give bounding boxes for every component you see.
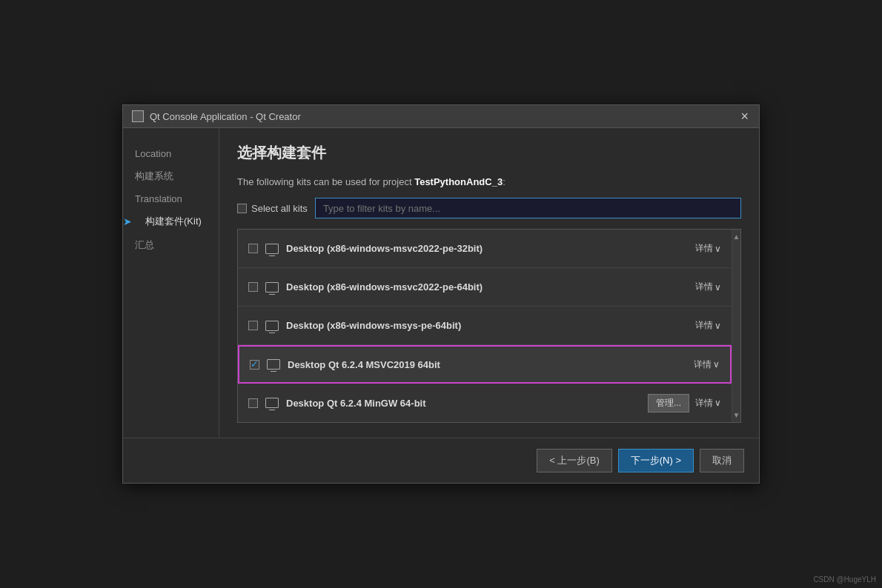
kit-filter-input[interactable] [315, 198, 741, 218]
sidebar-item-location[interactable]: Location [123, 143, 219, 164]
scrollbar[interactable]: ▲ ▼ [732, 230, 740, 422]
kit-row[interactable]: Desktop (x86-windows-msvc2022-pe-64bit) … [238, 268, 732, 307]
kit-name: Desktop (x86-windows-msys-pe-64bit) [286, 320, 688, 331]
subtitle-suffix: : [503, 176, 505, 187]
monitor-icon [265, 398, 279, 408]
sidebar-item-label: 构建套件(Kit) [145, 215, 202, 228]
subtitle: The following kits can be used for proje… [237, 176, 741, 187]
sidebar-item-translation[interactable]: Translation [123, 188, 219, 210]
sidebar-item-label: Location [135, 148, 171, 159]
sidebar-item-summary[interactable]: 汇总 [123, 233, 219, 257]
monitor-icon [267, 359, 280, 370]
chevron-down-icon: ∨ [714, 321, 721, 331]
sidebar: Location 构建系统 Translation ➤ 构建套件(Kit) 汇总 [123, 128, 219, 438]
next-button[interactable]: 下一步(N) > [618, 449, 694, 472]
sidebar-item-label: Translation [135, 193, 182, 204]
kit-actions: 详情 ∨ [694, 358, 720, 371]
main-content: 选择构建套件 The following kits can be used fo… [219, 128, 759, 438]
kit-name: Desktop Qt 6.2.4 MSVC2019 64bit [288, 359, 686, 370]
chevron-down-icon: ∨ [714, 398, 721, 408]
close-button[interactable]: × [739, 110, 750, 123]
scroll-up-icon[interactable]: ▲ [733, 230, 740, 244]
section-title: 选择构建套件 [237, 143, 741, 163]
details-link[interactable]: 详情 ∨ [695, 281, 721, 293]
monitor-icon [265, 321, 279, 331]
kit-row-selected[interactable]: Desktop Qt 6.2.4 MSVC2019 64bit 详情 ∨ [238, 345, 732, 384]
subtitle-prefix: The following kits can be used for proje… [237, 176, 414, 187]
kit-checkbox[interactable] [250, 360, 259, 370]
sidebar-arrow-icon: ➤ [123, 216, 132, 227]
chevron-down-icon: ∨ [713, 359, 720, 370]
kit-list: Desktop (x86-windows-msvc2022-pe-32bit) … [237, 229, 741, 423]
kit-row[interactable]: Desktop (x86-windows-msvc2022-pe-32bit) … [238, 230, 732, 268]
kit-name: Desktop (x86-windows-msvc2022-pe-64bit) [286, 281, 688, 293]
dialog-body: Location 构建系统 Translation ➤ 构建套件(Kit) 汇总… [123, 128, 759, 438]
kit-name: Desktop (x86-windows-msvc2022-pe-32bit) [286, 243, 688, 254]
sidebar-item-build-system[interactable]: 构建系统 [123, 164, 219, 188]
dialog: Qt Console Application - Qt Creator × Lo… [122, 104, 760, 484]
chevron-down-icon: ∨ [714, 244, 721, 254]
manage-button[interactable]: 管理... [648, 394, 689, 412]
watermark: CSDN @HugeYLH [813, 575, 876, 584]
kit-checkbox[interactable] [248, 398, 258, 408]
kit-checkbox[interactable] [248, 282, 258, 292]
kit-checkbox[interactable] [248, 244, 258, 253]
kit-actions: 管理... 详情 ∨ [648, 394, 721, 412]
dialog-footer: < 上一步(B) 下一步(N) > 取消 [123, 438, 759, 483]
kit-actions: 详情 ∨ [695, 281, 721, 293]
select-all-checkbox[interactable] [237, 204, 247, 213]
window-title: Qt Console Application - Qt Creator [150, 111, 301, 122]
select-all-label[interactable]: Select all kits [237, 203, 308, 214]
sidebar-item-kit[interactable]: ➤ 构建套件(Kit) [123, 210, 219, 233]
kit-actions: 详情 ∨ [695, 242, 721, 255]
monitor-icon [265, 244, 279, 254]
sidebar-item-label: 构建系统 [135, 170, 173, 183]
kit-checkbox[interactable] [248, 321, 258, 330]
scroll-down-icon[interactable]: ▼ [733, 408, 740, 422]
monitor-icon [265, 282, 279, 293]
kit-name: Desktop Qt 6.2.4 MinGW 64-bit [286, 398, 640, 409]
sidebar-item-label: 汇总 [135, 238, 154, 252]
select-all-text: Select all kits [251, 203, 308, 214]
kit-row[interactable]: Desktop Qt 6.2.4 MinGW 64-bit 管理... 详情 ∨ [238, 384, 732, 422]
kit-list-inner: Desktop (x86-windows-msvc2022-pe-32bit) … [238, 230, 732, 422]
title-bar-left: Qt Console Application - Qt Creator [132, 110, 301, 122]
chevron-down-icon: ∨ [714, 282, 721, 293]
details-link[interactable]: 详情 ∨ [695, 397, 721, 410]
back-button[interactable]: < 上一步(B) [537, 449, 612, 472]
project-name: TestPythonAndC_3 [414, 176, 503, 187]
title-bar: Qt Console Application - Qt Creator × [123, 105, 759, 128]
filter-row: Select all kits [237, 198, 741, 218]
details-link[interactable]: 详情 ∨ [695, 242, 721, 255]
details-link[interactable]: 详情 ∨ [695, 319, 721, 332]
kit-actions: 详情 ∨ [695, 319, 721, 332]
app-icon [132, 110, 144, 122]
cancel-button[interactable]: 取消 [700, 449, 744, 472]
details-link[interactable]: 详情 ∨ [694, 358, 720, 371]
kit-row[interactable]: Desktop (x86-windows-msys-pe-64bit) 详情 ∨ [238, 307, 732, 345]
